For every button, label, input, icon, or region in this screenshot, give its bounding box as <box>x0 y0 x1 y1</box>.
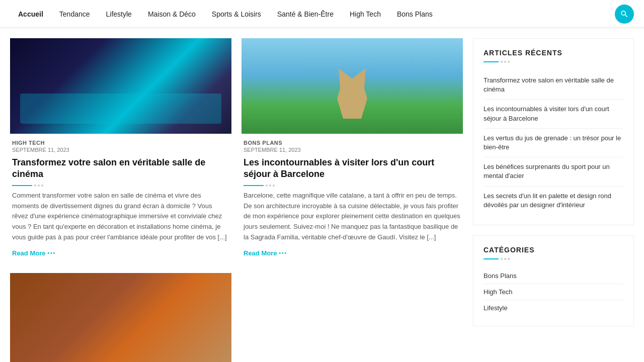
sidebar: ARTICLES RÉCENTS Transformez votre salon… <box>473 38 634 362</box>
categories-list: Bons PlansHigh TechLifestyle <box>484 268 623 316</box>
category-item-2[interactable]: Lifestyle <box>484 300 623 316</box>
sidebar-divider-dot <box>504 258 506 260</box>
article-card-2: BONS PLANS SEPTEMBRE 11, 2023 Les incont… <box>242 38 463 263</box>
article-title-1: Transformez votre salon en véritable sal… <box>12 157 229 180</box>
article-body-2: BONS PLANS SEPTEMBRE 11, 2023 Les incont… <box>242 134 463 263</box>
divider-dot <box>266 185 268 187</box>
navigation: AccueilTendanceLifestyleMaison & DécoSpo… <box>0 0 644 28</box>
nav-item-sports---loisirs[interactable]: Sports & Loisirs <box>204 0 269 28</box>
recent-article-title-2: Les vertus du jus de grenade : un trésor… <box>484 134 623 152</box>
nav-item-tendance[interactable]: Tendance <box>51 0 98 28</box>
sidebar-divider-dots <box>501 61 510 63</box>
nav-item-high-tech[interactable]: High Tech <box>342 0 389 28</box>
recent-articles-section: ARTICLES RÉCENTS Transformez votre salon… <box>473 38 634 225</box>
nav-item-accueil[interactable]: Accueil <box>10 0 51 28</box>
sidebar-divider-dots <box>501 258 510 260</box>
article-category-1: HIGH TECH <box>12 140 229 146</box>
article-title-2: Les incontournables à visiter lors d'un … <box>244 157 461 180</box>
read-more-2[interactable]: Read More <box>244 249 287 257</box>
page-container: HIGH TECH SEPTEMBRE 11, 2023 Transformez… <box>0 28 644 362</box>
recent-article-title-4: Les secrets d'un lit en palette et desig… <box>484 192 623 210</box>
article-card-3 <box>10 273 231 362</box>
sidebar-divider-dot <box>508 258 510 260</box>
sidebar-divider-line <box>484 61 499 62</box>
divider-dot <box>38 185 40 187</box>
recent-article-title-3: Les bénéfices surprenants du sport pour … <box>484 162 623 180</box>
divider-dot <box>34 185 36 187</box>
sidebar-divider-dot <box>508 61 510 63</box>
nav-item-sant----bien--tre[interactable]: Santé & Bien-Être <box>269 0 342 28</box>
sidebar-divider-categories <box>484 258 623 260</box>
nav-item-maison---d-co[interactable]: Maison & Déco <box>140 0 204 28</box>
article-body-1: HIGH TECH SEPTEMBRE 11, 2023 Transformez… <box>10 134 231 263</box>
recent-article-item-1[interactable]: Les incontournables à visiter lors d'un … <box>484 100 623 128</box>
divider-dots <box>34 185 43 187</box>
article-divider-2 <box>244 185 461 187</box>
article-date-1: SEPTEMBRE 11, 2023 <box>12 147 229 153</box>
sidebar-divider-dot <box>501 258 503 260</box>
search-button[interactable] <box>615 5 634 24</box>
recent-article-item-4[interactable]: Les secrets d'un lit en palette et desig… <box>484 187 623 215</box>
categories-section: CATÉGORIES Bons PlansHigh TechLifestyle <box>473 235 634 326</box>
nav-item-bons-plans[interactable]: Bons Plans <box>389 0 441 28</box>
recent-article-item-3[interactable]: Les bénéfices surprenants du sport pour … <box>484 157 623 186</box>
article-image-barcelona <box>242 38 463 134</box>
nav-items: AccueilTendanceLifestyleMaison & DécoSpo… <box>10 0 615 28</box>
divider-line <box>244 185 264 186</box>
category-item-0[interactable]: Bons Plans <box>484 268 623 284</box>
recent-articles-title: ARTICLES RÉCENTS <box>484 49 623 57</box>
divider-dots <box>266 185 275 187</box>
recent-article-title-0: Transformez votre salon en véritable sal… <box>484 76 623 94</box>
article-image-food <box>10 273 231 362</box>
recent-articles-list: Transformez votre salon en véritable sal… <box>484 71 623 215</box>
read-more-1[interactable]: Read More <box>12 249 56 257</box>
article-excerpt-1: Comment transformer votre salon en salle… <box>12 191 229 243</box>
article-excerpt-2: Barcelone, cette magnifique ville catala… <box>244 191 461 243</box>
sidebar-divider-recent <box>484 61 623 63</box>
article-date-2: SEPTEMBRE 11, 2023 <box>244 147 461 153</box>
sidebar-divider-line <box>484 258 499 259</box>
divider-dot <box>41 185 43 187</box>
recent-article-item-2[interactable]: Les vertus du jus de grenade : un trésor… <box>484 129 623 157</box>
category-item-1[interactable]: High Tech <box>484 284 623 300</box>
recent-article-title-1: Les incontournables à visiter lors d'un … <box>484 105 623 123</box>
article-divider-1 <box>12 185 229 187</box>
recent-article-item-0[interactable]: Transformez votre salon en véritable sal… <box>484 71 623 100</box>
article-category-2: BONS PLANS <box>244 140 461 146</box>
main-content: HIGH TECH SEPTEMBRE 11, 2023 Transformez… <box>10 38 463 362</box>
nav-item-lifestyle[interactable]: Lifestyle <box>98 0 140 28</box>
article-image-cinema <box>10 38 231 134</box>
article-card-1: HIGH TECH SEPTEMBRE 11, 2023 Transformez… <box>10 38 231 263</box>
divider-dot <box>273 185 275 187</box>
categories-title: CATÉGORIES <box>484 246 623 254</box>
divider-dot <box>269 185 271 187</box>
sidebar-divider-dot <box>501 61 503 63</box>
divider-line <box>12 185 32 186</box>
sidebar-divider-dot <box>504 61 506 63</box>
